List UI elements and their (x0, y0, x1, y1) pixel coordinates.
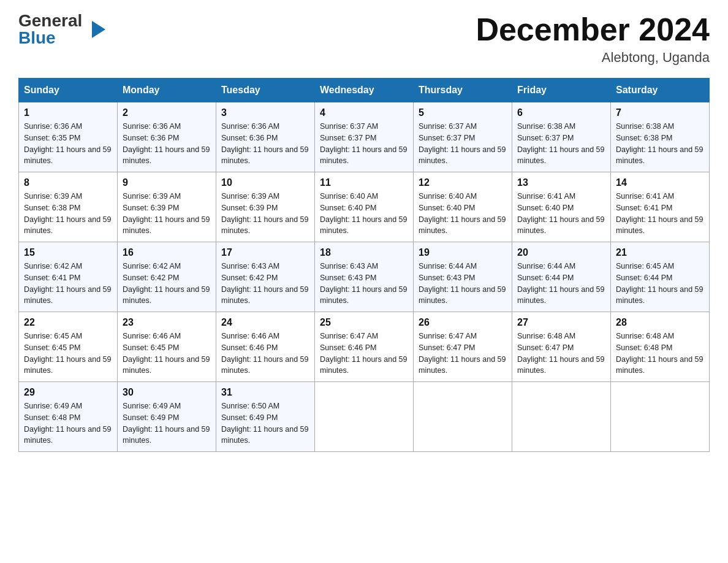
day-info: Sunrise: 6:37 AM Sunset: 6:37 PM Dayligh… (419, 121, 507, 167)
calendar-cell: 18 Sunrise: 6:43 AM Sunset: 6:43 PM Dayl… (315, 242, 414, 312)
col-header-saturday: Saturday (611, 79, 710, 102)
day-info: Sunrise: 6:50 AM Sunset: 6:49 PM Dayligh… (221, 400, 309, 446)
day-number: 29 (24, 387, 112, 398)
col-header-monday: Monday (118, 79, 216, 102)
day-number: 13 (517, 177, 605, 188)
day-info: Sunrise: 6:36 AM Sunset: 6:36 PM Dayligh… (221, 121, 309, 167)
location: Alebtong, Uganda (476, 50, 710, 66)
logo-arrow-icon (92, 21, 105, 38)
calendar-table: SundayMondayTuesdayWednesdayThursdayFrid… (18, 78, 710, 452)
day-info: Sunrise: 6:36 AM Sunset: 6:35 PM Dayligh… (24, 121, 112, 167)
day-number: 7 (616, 107, 704, 118)
day-info: Sunrise: 6:41 AM Sunset: 6:41 PM Dayligh… (616, 191, 704, 237)
calendar-header-row: SundayMondayTuesdayWednesdayThursdayFrid… (19, 79, 710, 102)
day-number: 20 (517, 247, 605, 258)
logo: General Blue (18, 12, 92, 48)
calendar-cell: 30 Sunrise: 6:49 AM Sunset: 6:49 PM Dayl… (118, 382, 216, 452)
day-info: Sunrise: 6:49 AM Sunset: 6:49 PM Dayligh… (123, 400, 211, 446)
calendar-cell: 1 Sunrise: 6:36 AM Sunset: 6:35 PM Dayli… (19, 102, 118, 172)
calendar-cell: 23 Sunrise: 6:46 AM Sunset: 6:45 PM Dayl… (118, 312, 216, 382)
title-block: December 2024 Alebtong, Uganda (476, 12, 710, 66)
calendar-cell: 8 Sunrise: 6:39 AM Sunset: 6:38 PM Dayli… (19, 172, 118, 242)
day-info: Sunrise: 6:40 AM Sunset: 6:40 PM Dayligh… (419, 191, 507, 237)
calendar-week-row: 22 Sunrise: 6:45 AM Sunset: 6:45 PM Dayl… (19, 312, 710, 382)
calendar-cell: 24 Sunrise: 6:46 AM Sunset: 6:46 PM Dayl… (216, 312, 315, 382)
calendar-week-row: 1 Sunrise: 6:36 AM Sunset: 6:35 PM Dayli… (19, 102, 710, 172)
day-info: Sunrise: 6:44 AM Sunset: 6:44 PM Dayligh… (517, 261, 605, 307)
calendar-cell: 14 Sunrise: 6:41 AM Sunset: 6:41 PM Dayl… (611, 172, 710, 242)
calendar-cell: 15 Sunrise: 6:42 AM Sunset: 6:41 PM Dayl… (19, 242, 118, 312)
day-number: 15 (24, 247, 112, 258)
day-number: 30 (123, 387, 211, 398)
month-title: December 2024 (476, 12, 710, 47)
day-info: Sunrise: 6:45 AM Sunset: 6:45 PM Dayligh… (24, 331, 112, 377)
day-number: 16 (123, 247, 211, 258)
day-number: 31 (221, 387, 309, 398)
day-number: 21 (616, 247, 704, 258)
day-number: 25 (320, 317, 408, 328)
calendar-cell: 27 Sunrise: 6:48 AM Sunset: 6:47 PM Dayl… (512, 312, 611, 382)
logo-blue: Blue (18, 28, 56, 48)
calendar-cell: 21 Sunrise: 6:45 AM Sunset: 6:44 PM Dayl… (611, 242, 710, 312)
calendar-cell: 16 Sunrise: 6:42 AM Sunset: 6:42 PM Dayl… (118, 242, 216, 312)
day-info: Sunrise: 6:41 AM Sunset: 6:40 PM Dayligh… (517, 191, 605, 237)
day-info: Sunrise: 6:44 AM Sunset: 6:43 PM Dayligh… (419, 261, 507, 307)
calendar-cell: 7 Sunrise: 6:38 AM Sunset: 6:38 PM Dayli… (611, 102, 710, 172)
calendar-cell (315, 382, 414, 452)
day-number: 26 (419, 317, 507, 328)
day-info: Sunrise: 6:39 AM Sunset: 6:39 PM Dayligh… (221, 191, 309, 237)
day-info: Sunrise: 6:36 AM Sunset: 6:36 PM Dayligh… (123, 121, 211, 167)
day-info: Sunrise: 6:48 AM Sunset: 6:48 PM Dayligh… (616, 331, 704, 377)
day-info: Sunrise: 6:37 AM Sunset: 6:37 PM Dayligh… (320, 121, 408, 167)
calendar-cell: 19 Sunrise: 6:44 AM Sunset: 6:43 PM Dayl… (414, 242, 512, 312)
day-number: 3 (221, 107, 309, 118)
day-info: Sunrise: 6:39 AM Sunset: 6:39 PM Dayligh… (123, 191, 211, 237)
calendar-cell: 20 Sunrise: 6:44 AM Sunset: 6:44 PM Dayl… (512, 242, 611, 312)
day-number: 8 (24, 177, 112, 188)
day-info: Sunrise: 6:46 AM Sunset: 6:45 PM Dayligh… (123, 331, 211, 377)
day-info: Sunrise: 6:38 AM Sunset: 6:37 PM Dayligh… (517, 121, 605, 167)
logo-general: General (18, 12, 82, 29)
day-info: Sunrise: 6:47 AM Sunset: 6:46 PM Dayligh… (320, 331, 408, 377)
page-header: General Blue December 2024 Alebtong, Uga… (18, 12, 710, 66)
day-number: 9 (123, 177, 211, 188)
day-number: 27 (517, 317, 605, 328)
svg-marker-0 (92, 21, 105, 38)
day-number: 10 (221, 177, 309, 188)
day-info: Sunrise: 6:42 AM Sunset: 6:41 PM Dayligh… (24, 261, 112, 307)
col-header-wednesday: Wednesday (315, 79, 414, 102)
calendar-cell: 13 Sunrise: 6:41 AM Sunset: 6:40 PM Dayl… (512, 172, 611, 242)
calendar-cell (414, 382, 512, 452)
calendar-week-row: 15 Sunrise: 6:42 AM Sunset: 6:41 PM Dayl… (19, 242, 710, 312)
calendar-cell: 4 Sunrise: 6:37 AM Sunset: 6:37 PM Dayli… (315, 102, 414, 172)
day-info: Sunrise: 6:47 AM Sunset: 6:47 PM Dayligh… (419, 331, 507, 377)
day-info: Sunrise: 6:45 AM Sunset: 6:44 PM Dayligh… (616, 261, 704, 307)
calendar-week-row: 29 Sunrise: 6:49 AM Sunset: 6:48 PM Dayl… (19, 382, 710, 452)
col-header-tuesday: Tuesday (216, 79, 315, 102)
day-info: Sunrise: 6:40 AM Sunset: 6:40 PM Dayligh… (320, 191, 408, 237)
calendar-cell: 5 Sunrise: 6:37 AM Sunset: 6:37 PM Dayli… (414, 102, 512, 172)
calendar-cell: 22 Sunrise: 6:45 AM Sunset: 6:45 PM Dayl… (19, 312, 118, 382)
day-number: 11 (320, 177, 408, 188)
day-info: Sunrise: 6:46 AM Sunset: 6:46 PM Dayligh… (221, 331, 309, 377)
day-number: 22 (24, 317, 112, 328)
calendar-cell: 9 Sunrise: 6:39 AM Sunset: 6:39 PM Dayli… (118, 172, 216, 242)
col-header-thursday: Thursday (414, 79, 512, 102)
col-header-sunday: Sunday (19, 79, 118, 102)
calendar-cell (512, 382, 611, 452)
day-info: Sunrise: 6:38 AM Sunset: 6:38 PM Dayligh… (616, 121, 704, 167)
day-info: Sunrise: 6:43 AM Sunset: 6:42 PM Dayligh… (221, 261, 309, 307)
day-number: 6 (517, 107, 605, 118)
calendar-cell: 10 Sunrise: 6:39 AM Sunset: 6:39 PM Dayl… (216, 172, 315, 242)
day-number: 17 (221, 247, 309, 258)
calendar-cell: 3 Sunrise: 6:36 AM Sunset: 6:36 PM Dayli… (216, 102, 315, 172)
day-number: 24 (221, 317, 309, 328)
calendar-cell: 17 Sunrise: 6:43 AM Sunset: 6:42 PM Dayl… (216, 242, 315, 312)
day-info: Sunrise: 6:42 AM Sunset: 6:42 PM Dayligh… (123, 261, 211, 307)
calendar-cell: 29 Sunrise: 6:49 AM Sunset: 6:48 PM Dayl… (19, 382, 118, 452)
day-info: Sunrise: 6:48 AM Sunset: 6:47 PM Dayligh… (517, 331, 605, 377)
day-info: Sunrise: 6:39 AM Sunset: 6:38 PM Dayligh… (24, 191, 112, 237)
day-number: 1 (24, 107, 112, 118)
day-number: 18 (320, 247, 408, 258)
calendar-cell: 12 Sunrise: 6:40 AM Sunset: 6:40 PM Dayl… (414, 172, 512, 242)
